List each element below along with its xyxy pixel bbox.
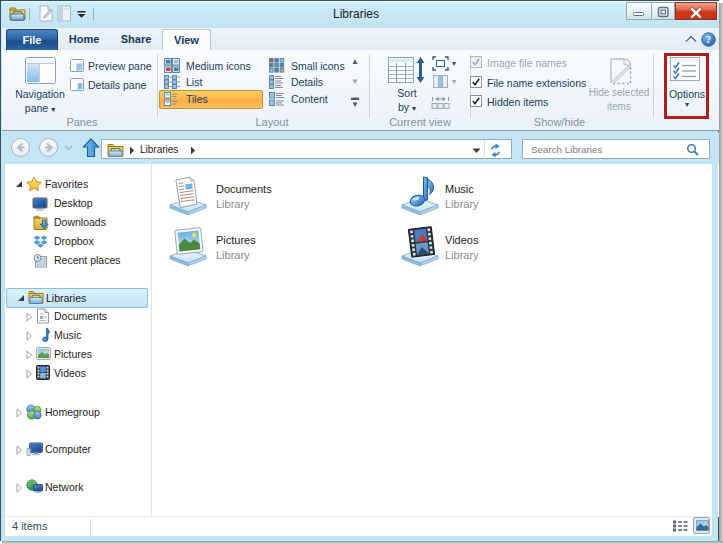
svg-text:?: ?	[706, 34, 711, 45]
